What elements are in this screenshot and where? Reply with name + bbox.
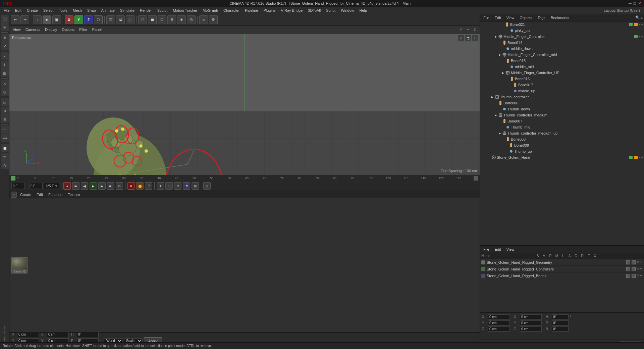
tree-item-middle-finger-ctrl-mid[interactable]: ▶ Middle_Finger_Controller_mid xyxy=(480,52,644,58)
key-mode-4[interactable]: ⚑ xyxy=(183,182,190,190)
render-button[interactable]: ▶ xyxy=(43,15,51,24)
options-button[interactable]: ⚙ xyxy=(209,15,218,24)
palette-menu-function[interactable]: Function xyxy=(46,192,64,197)
obj-menu-edit[interactable]: Edit xyxy=(493,15,503,20)
tree-item-thumb-up[interactable]: Thumb_up xyxy=(480,148,644,154)
menu-render[interactable]: Render xyxy=(138,8,154,13)
coord-y-input[interactable] xyxy=(488,320,510,326)
tree-item-bone008[interactable]: Bone008 xyxy=(480,136,644,142)
tree-item-bone015[interactable]: Bone015 xyxy=(480,58,644,64)
x-rotation-input[interactable] xyxy=(47,332,69,337)
tree-item-thumb-mid[interactable]: Thumb_mid xyxy=(480,124,644,130)
menu-help[interactable]: Help xyxy=(357,8,370,13)
x-position-input[interactable] xyxy=(17,332,39,337)
tree-item-thumb-down[interactable]: Thumb_down xyxy=(480,106,644,112)
minimize-button[interactable]: ─ xyxy=(629,1,632,6)
filter-button[interactable]: ≡ xyxy=(199,15,208,24)
tool-smooth[interactable]: ⌣ xyxy=(1,126,9,134)
goto-start-button[interactable]: ⏮ xyxy=(72,182,79,190)
submenu-options[interactable]: Options xyxy=(60,27,76,32)
tree-item-middle-mid[interactable]: middle_mid xyxy=(480,64,644,70)
tree-item-bone017[interactable]: Bone017 xyxy=(480,82,644,88)
menu-snap[interactable]: Snap xyxy=(85,8,98,13)
viewport-3d[interactable]: Perspective xyxy=(9,34,480,175)
obj-menu-view[interactable]: View xyxy=(504,15,517,20)
tree-item-middle-down[interactable]: middle_down xyxy=(480,46,644,52)
obj-menu-bookmarks[interactable]: Bookmarks xyxy=(549,15,571,20)
world-button[interactable]: ⬡ xyxy=(94,15,103,24)
render-icon[interactable] xyxy=(634,155,638,160)
tool-move2[interactable]: ⊕ xyxy=(1,107,9,115)
timeline-expand[interactable]: ⊟ xyxy=(203,182,211,190)
render-settings-button[interactable]: 🎬 xyxy=(106,15,115,24)
submenu-filter[interactable]: Filter xyxy=(77,27,89,32)
tool-mirror[interactable]: ⟺ xyxy=(1,134,9,142)
mat-icon-v[interactable] xyxy=(632,267,636,271)
menu-window[interactable]: Window xyxy=(338,8,356,13)
tree-item-bone009[interactable]: Bone009 xyxy=(480,142,644,148)
mat-icon-s[interactable] xyxy=(626,274,630,278)
tree-item-middle-up[interactable]: middle_up xyxy=(480,88,644,94)
tree-item-bone014[interactable]: Bone014 xyxy=(480,40,644,46)
menu-select[interactable]: Select xyxy=(41,8,56,13)
display-mode-3[interactable]: ⬡ xyxy=(158,15,166,24)
mat-icon-s[interactable] xyxy=(626,260,630,264)
menu-mograph[interactable]: MoGraph xyxy=(200,8,220,13)
tree-item-bone006[interactable]: Bone006 xyxy=(480,100,644,106)
frame-input[interactable] xyxy=(29,183,43,189)
mat-row-controllers[interactable]: Stone_Golem_Hand_Rigged_Controllers ✕✦ xyxy=(480,266,644,272)
new-object-button[interactable]: + xyxy=(33,15,42,24)
menu-script[interactable]: Script xyxy=(324,8,338,13)
display-mode-2[interactable]: ◼ xyxy=(148,15,157,24)
menu-file[interactable]: File xyxy=(1,8,12,13)
coord-x-input[interactable] xyxy=(488,314,510,319)
key-mode-button[interactable]: ✛ xyxy=(157,182,164,190)
x-axis-button[interactable]: X xyxy=(65,15,73,24)
mat-menu-file[interactable]: File xyxy=(481,247,491,252)
palette-collapse[interactable]: ≡ xyxy=(11,192,17,198)
tool-rect-sel[interactable]: ▭ xyxy=(1,98,9,106)
tree-item-bone007[interactable]: Bone007 xyxy=(480,118,644,124)
step-back-button[interactable]: ◀ xyxy=(81,182,88,190)
tree-item-middle-finger-ctrl[interactable]: ▶ Middle_Finger_Controller ✕✦ xyxy=(480,34,644,40)
coord-x2-input[interactable] xyxy=(520,314,542,319)
coord-z2-input[interactable] xyxy=(520,327,542,332)
palette-menu-edit[interactable]: Edit xyxy=(35,192,45,197)
vp-icon-3[interactable]: □ xyxy=(472,27,478,32)
play-button[interactable]: ▶ xyxy=(90,182,97,190)
tree-item-thumb-ctrl-medium-up[interactable]: ▶ Thumb_controller_medium_up xyxy=(480,130,644,136)
tool-scale[interactable]: ⤢ xyxy=(1,42,9,50)
menu-simulate[interactable]: Simulate xyxy=(118,8,137,13)
submenu-cameras[interactable]: Cameras xyxy=(23,27,43,32)
coord-z-input[interactable] xyxy=(488,327,510,332)
y-axis-button[interactable]: Y xyxy=(74,15,83,24)
mat-menu-view[interactable]: View xyxy=(504,247,517,252)
tool-paint[interactable]: ✏ xyxy=(1,153,9,161)
undo-button[interactable]: ↩ xyxy=(11,15,19,24)
tool-live-sel[interactable]: ◎ xyxy=(1,88,9,96)
vp-expand-icon[interactable]: ⤢ xyxy=(458,35,464,41)
tree-item-middle-finger-ctrl-up[interactable]: ▶ Middle_Finger_Controller_UP xyxy=(480,70,644,76)
visibility-icon[interactable] xyxy=(629,22,633,27)
tool-spline[interactable]: ∿ xyxy=(1,80,9,88)
coord-b-input[interactable] xyxy=(552,327,569,332)
tree-item-bone021[interactable]: Bone021 ✕✦ xyxy=(480,21,644,28)
key-mode-3[interactable]: ⊙ xyxy=(174,182,181,190)
menu-edit[interactable]: Edit xyxy=(13,8,24,13)
tool-edges[interactable]: ⌇ xyxy=(1,61,9,69)
menu-sculpt[interactable]: Sculpt xyxy=(155,8,170,13)
vp-icon-1[interactable]: ⤢ xyxy=(458,27,464,32)
tree-item-thumb-ctrl[interactable]: ▶ Thumb_controller xyxy=(480,94,644,100)
tree-item-pinky_up[interactable]: pinky_up xyxy=(480,28,644,34)
question-button[interactable]: ? xyxy=(145,182,152,190)
step-forward-button[interactable]: ▶ xyxy=(98,182,106,190)
tree-item-thumb-ctrl-medium[interactable]: ▶ Thumb_controller_medium xyxy=(480,112,644,118)
submenu-display[interactable]: Display xyxy=(43,27,59,32)
record-button[interactable]: ● xyxy=(63,182,71,190)
display-mode-1[interactable]: ◻ xyxy=(138,15,147,24)
tool-polys[interactable]: ▦ xyxy=(1,69,9,77)
current-frame-input[interactable] xyxy=(11,183,25,189)
key-mode-5[interactable]: ⊞ xyxy=(192,182,199,190)
menu-vray[interactable]: V-Ray Bridge xyxy=(279,8,305,13)
timeline-ruler[interactable]: 0 5 10 15 20 25 30 35 40 45 50 55 60 65 … xyxy=(9,175,480,181)
